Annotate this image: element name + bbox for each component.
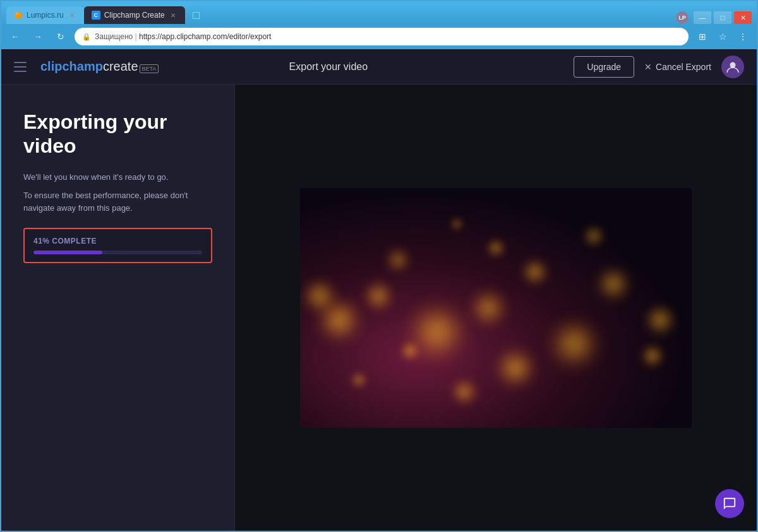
menu-icon[interactable] xyxy=(14,57,33,76)
bokeh-particle xyxy=(385,247,411,273)
cancel-export-label: Cancel Export xyxy=(656,62,711,72)
window-controls: LP — □ ✕ xyxy=(676,11,752,24)
export-title: Exporting your video xyxy=(23,110,212,158)
tab-clipchamp[interactable]: C Clipchamp Create ✕ xyxy=(84,6,185,24)
maximize-button[interactable]: □ xyxy=(714,11,731,24)
bokeh-particle xyxy=(596,266,631,301)
svg-point-0 xyxy=(730,62,735,68)
bokeh-particle xyxy=(485,237,507,259)
back-button[interactable]: ← xyxy=(6,28,24,45)
tab-lumpics-favicon: 🟠 xyxy=(14,11,23,20)
user-avatar-icon xyxy=(726,60,740,74)
export-description: We'll let you know when it's ready to go… xyxy=(23,171,212,215)
lock-icon: 🔒 xyxy=(82,33,91,41)
bokeh-particle xyxy=(469,289,507,327)
address-input[interactable]: 🔒 Защищено | https://app.clipchamp.com/e… xyxy=(75,28,689,45)
translate-button[interactable]: ⊞ xyxy=(694,28,711,45)
export-desc-line1: We'll let you know when it's ready to go… xyxy=(23,171,212,184)
logo-create: create xyxy=(103,59,138,74)
upgrade-button[interactable]: Upgrade xyxy=(574,56,634,78)
progress-container: 41% COMPLETE xyxy=(23,228,212,263)
app-content: clipchamp create BETA Export your video … xyxy=(1,49,757,531)
video-preview xyxy=(300,188,692,428)
logo-beta: BETA xyxy=(140,64,159,73)
right-panel xyxy=(235,85,757,531)
bokeh-particle xyxy=(521,257,550,286)
tab-clipchamp-label: Clipchamp Create xyxy=(104,11,165,20)
bokeh-particle xyxy=(644,304,676,336)
cancel-x-icon: ✕ xyxy=(644,62,652,72)
page-title: Export your video xyxy=(289,61,368,73)
tab-clipchamp-close[interactable]: ✕ xyxy=(169,11,177,20)
progress-bar-fill xyxy=(33,251,102,254)
new-tab-button[interactable]: □ xyxy=(188,6,205,24)
address-actions: ⊞ ☆ ⋮ xyxy=(694,28,752,45)
progress-label: 41% COMPLETE xyxy=(33,237,202,245)
address-bar: ← → ↻ 🔒 Защищено | https://app.clipchamp… xyxy=(1,24,757,49)
bokeh-particle xyxy=(399,340,421,362)
forward-button[interactable]: → xyxy=(29,28,47,45)
user-initials: LP xyxy=(676,11,689,24)
export-desc-line2: To ensure the best performance, please d… xyxy=(23,189,212,216)
reload-button[interactable]: ↻ xyxy=(52,28,69,45)
tabs-bar: 🟠 Lumpics.ru ✕ C Clipchamp Create ✕ □ LP… xyxy=(1,1,757,24)
bokeh-background xyxy=(300,188,692,428)
main-area: Exporting your video We'll let you know … xyxy=(1,85,757,531)
tab-clipchamp-favicon: C xyxy=(92,11,100,20)
chat-icon xyxy=(723,497,737,511)
logo-clipchamp: clipchamp xyxy=(40,59,103,74)
cancel-export-button[interactable]: ✕ Cancel Export xyxy=(644,62,711,72)
progress-bar-background xyxy=(33,251,202,254)
bokeh-particle xyxy=(495,347,536,388)
bokeh-particle xyxy=(582,224,606,248)
browser-frame: 🟠 Lumpics.ru ✕ C Clipchamp Create ✕ □ LP… xyxy=(0,0,758,532)
bookmark-button[interactable]: ☆ xyxy=(714,28,731,45)
tab-lumpics[interactable]: 🟠 Lumpics.ru ✕ xyxy=(6,6,84,24)
header-actions: Upgrade ✕ Cancel Export xyxy=(574,56,744,78)
minimize-button[interactable]: — xyxy=(694,11,711,24)
chat-button[interactable] xyxy=(715,489,744,518)
app-logo: clipchamp create BETA xyxy=(40,59,159,74)
more-button[interactable]: ⋮ xyxy=(734,28,752,45)
close-button[interactable]: ✕ xyxy=(734,11,752,24)
bokeh-particle xyxy=(363,280,394,312)
tab-lumpics-label: Lumpics.ru xyxy=(27,11,64,20)
app-header: clipchamp create BETA Export your video … xyxy=(1,49,757,85)
bokeh-particle xyxy=(549,319,599,369)
bokeh-particle xyxy=(640,343,665,369)
bokeh-particle xyxy=(349,370,368,389)
address-text: Защищено | https://app.clipchamp.com/edi… xyxy=(95,32,271,41)
bokeh-particle xyxy=(450,377,479,406)
user-avatar[interactable] xyxy=(721,56,744,78)
bokeh-particle xyxy=(303,278,337,313)
left-panel: Exporting your video We'll let you know … xyxy=(1,85,235,531)
bokeh-particle xyxy=(449,216,465,232)
tab-lumpics-close[interactable]: ✕ xyxy=(68,11,76,20)
